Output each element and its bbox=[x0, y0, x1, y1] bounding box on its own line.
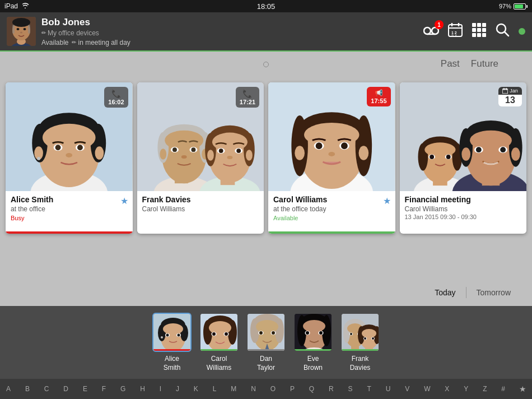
user-name: Bob Jones bbox=[41, 17, 423, 28]
header-icons: 1 1 2 3 4 bbox=[423, 22, 525, 40]
fav-avatar-eve bbox=[293, 313, 333, 352]
svg-point-46 bbox=[95, 146, 104, 160]
fav-avatar-carol bbox=[199, 313, 239, 352]
time-display: 18:05 bbox=[257, 2, 276, 11]
fav-dan[interactable]: Dan Taylor bbox=[246, 313, 286, 372]
svg-rect-9 bbox=[28, 25, 30, 34]
carol-favorite-star: ★ bbox=[383, 196, 391, 206]
svg-point-7 bbox=[20, 32, 22, 34]
favorites-bar: Alice Smith bbox=[0, 306, 532, 379]
svg-point-141 bbox=[228, 320, 237, 345]
alpha-g[interactable]: G bbox=[120, 384, 126, 394]
day-bar: Today Tomorrow bbox=[424, 285, 521, 300]
card-photo-alice: 📞 16:02 bbox=[6, 82, 133, 191]
svg-point-158 bbox=[272, 331, 275, 335]
alpha-e[interactable]: E bbox=[82, 384, 88, 394]
alphabet-bar: A B C D E F G H I J K L M N O P Q R S T … bbox=[0, 379, 532, 399]
frank-fav-status bbox=[342, 349, 379, 351]
wifi-icon bbox=[21, 2, 29, 10]
alpha-hash[interactable]: # bbox=[501, 384, 506, 394]
card-frank-carol[interactable]: 📞 17:21 Frank Davies Carol Williams bbox=[137, 82, 264, 234]
alpha-r[interactable]: R bbox=[328, 384, 334, 394]
avatar[interactable] bbox=[7, 17, 36, 46]
svg-point-101 bbox=[424, 142, 455, 157]
svg-point-77 bbox=[246, 150, 253, 161]
grid-button[interactable] bbox=[472, 22, 486, 40]
svg-point-10 bbox=[424, 27, 431, 34]
alpha-n[interactable]: N bbox=[250, 384, 256, 394]
search-button[interactable] bbox=[495, 22, 510, 40]
svg-point-140 bbox=[203, 320, 212, 345]
dan-fav-status bbox=[248, 349, 284, 351]
card-alice[interactable]: 📞 16:02 Alice Smith at the office Busy ★ bbox=[6, 82, 133, 234]
fav-avatar-alice bbox=[152, 313, 192, 352]
svg-point-118 bbox=[511, 147, 520, 161]
svg-point-116 bbox=[500, 147, 506, 152]
fav-frank[interactable]: Frank Davies bbox=[340, 313, 380, 372]
alice-favorite-star: ★ bbox=[120, 196, 128, 206]
svg-point-156 bbox=[259, 331, 263, 335]
user-info: Bob Jones ✏ My office devices Available … bbox=[41, 17, 423, 47]
alpha-d[interactable]: D bbox=[63, 384, 69, 394]
alpha-y[interactable]: Y bbox=[463, 384, 469, 394]
alpha-s[interactable]: S bbox=[348, 384, 353, 394]
alpha-p[interactable]: P bbox=[290, 384, 295, 394]
svg-rect-8 bbox=[12, 25, 15, 34]
calendar-button[interactable]: 1 2 3 4 bbox=[448, 22, 463, 40]
svg-point-133 bbox=[178, 333, 180, 336]
alpha-l[interactable]: L bbox=[212, 384, 217, 394]
alpha-c[interactable]: C bbox=[44, 384, 50, 394]
alpha-k[interactable]: K bbox=[193, 384, 199, 394]
carrier-label: iPad bbox=[4, 2, 18, 10]
financial-sub: Carol Williams bbox=[405, 205, 522, 213]
fav-alice[interactable]: Alice Smith bbox=[152, 313, 192, 372]
alice-card-info: Alice Smith at the office Busy ★ bbox=[6, 191, 133, 231]
svg-point-60 bbox=[191, 147, 195, 152]
svg-point-195 bbox=[372, 337, 374, 340]
carol-fav-status bbox=[200, 349, 237, 351]
alpha-o[interactable]: O bbox=[270, 384, 276, 394]
alpha-q[interactable]: Q bbox=[309, 384, 315, 394]
alpha-b[interactable]: B bbox=[25, 384, 30, 394]
alpha-f[interactable]: F bbox=[101, 384, 106, 394]
status-line: Available ✏ in meeting all day bbox=[41, 39, 423, 47]
svg-point-105 bbox=[446, 155, 450, 159]
carol-name: Carol Williams bbox=[273, 195, 390, 205]
alpha-x[interactable]: X bbox=[444, 384, 450, 394]
fav-eve[interactable]: Eve Brown bbox=[293, 313, 333, 372]
svg-point-182 bbox=[350, 333, 352, 335]
alpha-h[interactable]: H bbox=[139, 384, 146, 394]
alpha-z[interactable]: Z bbox=[482, 384, 487, 394]
svg-point-193 bbox=[364, 337, 366, 340]
alpha-star[interactable]: ★ bbox=[519, 384, 526, 393]
carol-card-info: Carol Williams at the office today Avail… bbox=[268, 191, 395, 231]
svg-point-44 bbox=[66, 153, 72, 157]
fav-carol[interactable]: Carol Williams bbox=[199, 313, 239, 372]
frank-call-badge: 📞 17:21 bbox=[236, 87, 259, 108]
svg-point-144 bbox=[212, 332, 216, 336]
svg-point-103 bbox=[430, 155, 434, 159]
card-financial[interactable]: Jan 13 Financial meeting Carol Williams … bbox=[400, 82, 527, 234]
svg-point-90 bbox=[341, 142, 348, 149]
alpha-i[interactable]: I bbox=[159, 384, 162, 394]
alpha-w[interactable]: W bbox=[423, 384, 431, 394]
tomorrow-button[interactable]: Tomorrow bbox=[466, 285, 521, 300]
alpha-t[interactable]: T bbox=[366, 384, 371, 394]
alpha-m[interactable]: M bbox=[230, 384, 237, 394]
fav-name-carol: Carol Williams bbox=[207, 355, 232, 372]
alpha-v[interactable]: V bbox=[404, 384, 410, 394]
svg-point-47 bbox=[37, 157, 40, 160]
alpha-j[interactable]: J bbox=[175, 384, 180, 394]
alpha-a[interactable]: A bbox=[6, 384, 11, 394]
status-bar: iPad 18:05 97% bbox=[0, 0, 532, 12]
alpha-u[interactable]: U bbox=[385, 384, 391, 394]
svg-text:3 4: 3 4 bbox=[451, 34, 457, 37]
card-carol[interactable]: 📢 17:55 Carol Williams at the office tod… bbox=[268, 82, 395, 234]
alice-status: Busy bbox=[11, 215, 128, 221]
svg-rect-23 bbox=[472, 28, 476, 32]
today-button[interactable]: Today bbox=[424, 285, 465, 300]
fav-name-frank: Frank Davies bbox=[350, 355, 371, 372]
voicemail-button[interactable]: 1 bbox=[423, 24, 439, 39]
past-label: Past bbox=[441, 58, 460, 69]
frank-name: Frank Davies bbox=[142, 195, 259, 205]
